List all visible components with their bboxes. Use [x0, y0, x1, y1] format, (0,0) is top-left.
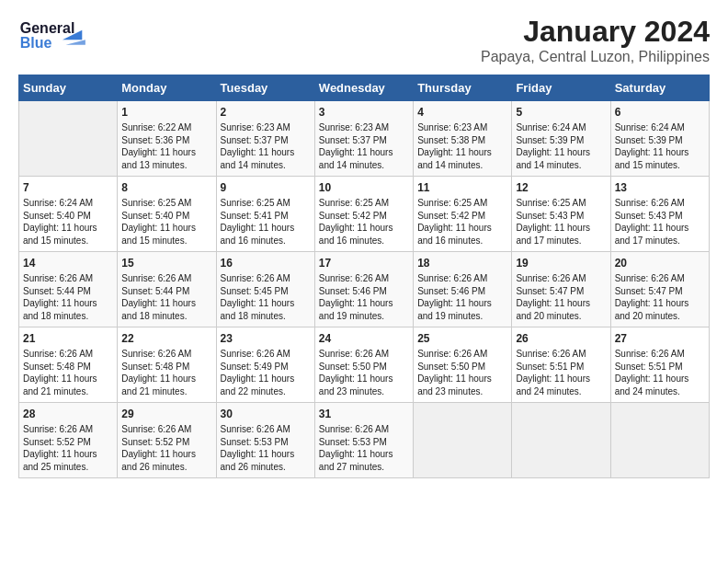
sunset-text: Sunset: 5:37 PM [221, 134, 311, 147]
calendar-cell: 19Sunrise: 6:26 AMSunset: 5:47 PMDayligh… [512, 252, 610, 327]
daylight-text: Daylight: 11 hours and 14 minutes. [516, 146, 606, 171]
calendar-cell: 27Sunrise: 6:26 AMSunset: 5:51 PMDayligh… [610, 327, 709, 403]
sunset-text: Sunset: 5:52 PM [121, 436, 211, 449]
calendar-cell: 12Sunrise: 6:25 AMSunset: 5:43 PMDayligh… [512, 177, 610, 252]
sunrise-text: Sunrise: 6:26 AM [221, 272, 311, 285]
sunset-text: Sunset: 5:48 PM [121, 361, 211, 373]
logo: General Blue [18, 15, 92, 55]
calendar-cell: 1Sunrise: 6:22 AMSunset: 5:36 PMDaylight… [118, 101, 216, 177]
calendar-cell: 9Sunrise: 6:25 AMSunset: 5:41 PMDaylight… [216, 177, 314, 252]
sunset-text: Sunset: 5:50 PM [417, 361, 507, 373]
calendar-page: General Blue January 2024 Papaya, Centra… [0, 0, 728, 563]
daylight-text: Daylight: 11 hours and 16 minutes. [319, 222, 409, 247]
day-number: 31 [319, 407, 409, 421]
calendar-cell: 21Sunrise: 6:26 AMSunset: 5:48 PMDayligh… [19, 327, 118, 403]
calendar-cell: 5Sunrise: 6:24 AMSunset: 5:39 PMDaylight… [512, 101, 610, 177]
calendar-cell: 22Sunrise: 6:26 AMSunset: 5:48 PMDayligh… [118, 327, 216, 403]
calendar-cell: 30Sunrise: 6:26 AMSunset: 5:53 PMDayligh… [216, 403, 314, 478]
sunset-text: Sunset: 5:44 PM [23, 285, 113, 298]
sunrise-text: Sunrise: 6:26 AM [221, 423, 311, 436]
daylight-text: Daylight: 11 hours and 26 minutes. [221, 448, 311, 473]
sunset-text: Sunset: 5:53 PM [319, 436, 409, 449]
day-number: 20 [615, 256, 705, 270]
sunrise-text: Sunrise: 6:26 AM [23, 272, 113, 285]
sunrise-text: Sunrise: 6:26 AM [319, 348, 409, 361]
week-row-5: 28Sunrise: 6:26 AMSunset: 5:52 PMDayligh… [19, 403, 710, 478]
sunrise-text: Sunrise: 6:22 AM [121, 121, 211, 134]
day-number: 18 [417, 256, 507, 270]
sunrise-text: Sunrise: 6:26 AM [417, 272, 507, 285]
sunrise-text: Sunrise: 6:23 AM [417, 121, 507, 134]
daylight-text: Daylight: 11 hours and 20 minutes. [516, 297, 606, 322]
day-number: 9 [221, 180, 311, 195]
day-number: 15 [121, 256, 211, 270]
day-number: 25 [417, 331, 507, 346]
daylight-text: Daylight: 11 hours and 17 minutes. [516, 222, 606, 247]
daylight-text: Daylight: 11 hours and 14 minutes. [221, 146, 311, 171]
calendar-table: SundayMondayTuesdayWednesdayThursdayFrid… [18, 75, 710, 478]
calendar-cell: 28Sunrise: 6:26 AMSunset: 5:52 PMDayligh… [19, 403, 118, 478]
day-number: 13 [615, 180, 705, 195]
daylight-text: Daylight: 11 hours and 19 minutes. [417, 297, 507, 322]
calendar-cell: 29Sunrise: 6:26 AMSunset: 5:52 PMDayligh… [118, 403, 216, 478]
week-row-4: 21Sunrise: 6:26 AMSunset: 5:48 PMDayligh… [19, 327, 710, 403]
header-row: SundayMondayTuesdayWednesdayThursdayFrid… [19, 75, 710, 101]
calendar-cell: 31Sunrise: 6:26 AMSunset: 5:53 PMDayligh… [314, 403, 413, 478]
column-header-saturday: Saturday [610, 75, 709, 101]
column-header-monday: Monday [118, 75, 216, 101]
calendar-cell [512, 403, 610, 478]
day-number: 29 [121, 407, 211, 421]
daylight-text: Daylight: 11 hours and 15 minutes. [121, 222, 211, 247]
sunrise-text: Sunrise: 6:26 AM [516, 272, 606, 285]
sunrise-text: Sunrise: 6:25 AM [221, 197, 311, 210]
sunrise-text: Sunrise: 6:26 AM [615, 197, 705, 210]
day-number: 22 [121, 331, 211, 346]
calendar-cell: 26Sunrise: 6:26 AMSunset: 5:51 PMDayligh… [512, 327, 610, 403]
sunrise-text: Sunrise: 6:25 AM [319, 197, 409, 210]
header: General Blue January 2024 Papaya, Centra… [18, 15, 710, 65]
sunrise-text: Sunrise: 6:26 AM [319, 423, 409, 436]
week-row-3: 14Sunrise: 6:26 AMSunset: 5:44 PMDayligh… [19, 252, 710, 327]
sunset-text: Sunset: 5:42 PM [319, 210, 409, 223]
sunset-text: Sunset: 5:51 PM [615, 361, 705, 373]
column-header-friday: Friday [512, 75, 610, 101]
sunset-text: Sunset: 5:43 PM [615, 210, 705, 223]
sunrise-text: Sunrise: 6:26 AM [121, 423, 211, 436]
sunrise-text: Sunrise: 6:26 AM [121, 272, 211, 285]
day-number: 1 [121, 105, 211, 120]
sunrise-text: Sunrise: 6:26 AM [23, 348, 113, 361]
sunrise-text: Sunrise: 6:24 AM [516, 121, 606, 134]
calendar-cell: 18Sunrise: 6:26 AMSunset: 5:46 PMDayligh… [414, 252, 512, 327]
sunrise-text: Sunrise: 6:26 AM [121, 348, 211, 361]
sunrise-text: Sunrise: 6:24 AM [23, 197, 113, 210]
calendar-cell: 20Sunrise: 6:26 AMSunset: 5:47 PMDayligh… [610, 252, 709, 327]
sunset-text: Sunset: 5:43 PM [516, 210, 606, 223]
sunrise-text: Sunrise: 6:26 AM [319, 272, 409, 285]
column-header-tuesday: Tuesday [216, 75, 314, 101]
sunset-text: Sunset: 5:40 PM [23, 210, 113, 223]
sunrise-text: Sunrise: 6:25 AM [516, 197, 606, 210]
daylight-text: Daylight: 11 hours and 14 minutes. [417, 146, 507, 171]
sunrise-text: Sunrise: 6:25 AM [417, 197, 507, 210]
calendar-cell: 23Sunrise: 6:26 AMSunset: 5:49 PMDayligh… [216, 327, 314, 403]
sunrise-text: Sunrise: 6:23 AM [221, 121, 311, 134]
calendar-cell [610, 403, 709, 478]
day-number: 11 [417, 180, 507, 195]
sunrise-text: Sunrise: 6:23 AM [319, 121, 409, 134]
daylight-text: Daylight: 11 hours and 23 minutes. [417, 373, 507, 397]
sunrise-text: Sunrise: 6:26 AM [615, 272, 705, 285]
sunset-text: Sunset: 5:47 PM [516, 285, 606, 298]
calendar-cell: 10Sunrise: 6:25 AMSunset: 5:42 PMDayligh… [314, 177, 413, 252]
daylight-text: Daylight: 11 hours and 17 minutes. [615, 222, 705, 247]
svg-text:General: General [20, 20, 75, 36]
day-number: 7 [23, 180, 113, 195]
daylight-text: Daylight: 11 hours and 27 minutes. [319, 448, 409, 473]
calendar-cell: 15Sunrise: 6:26 AMSunset: 5:44 PMDayligh… [118, 252, 216, 327]
day-number: 16 [221, 256, 311, 270]
title-section: January 2024 Papaya, Central Luzon, Phil… [481, 15, 710, 65]
column-header-wednesday: Wednesday [314, 75, 413, 101]
daylight-text: Daylight: 11 hours and 16 minutes. [221, 222, 311, 247]
logo-svg: General Blue [18, 15, 92, 55]
calendar-cell: 2Sunrise: 6:23 AMSunset: 5:37 PMDaylight… [216, 101, 314, 177]
sunset-text: Sunset: 5:52 PM [23, 436, 113, 449]
